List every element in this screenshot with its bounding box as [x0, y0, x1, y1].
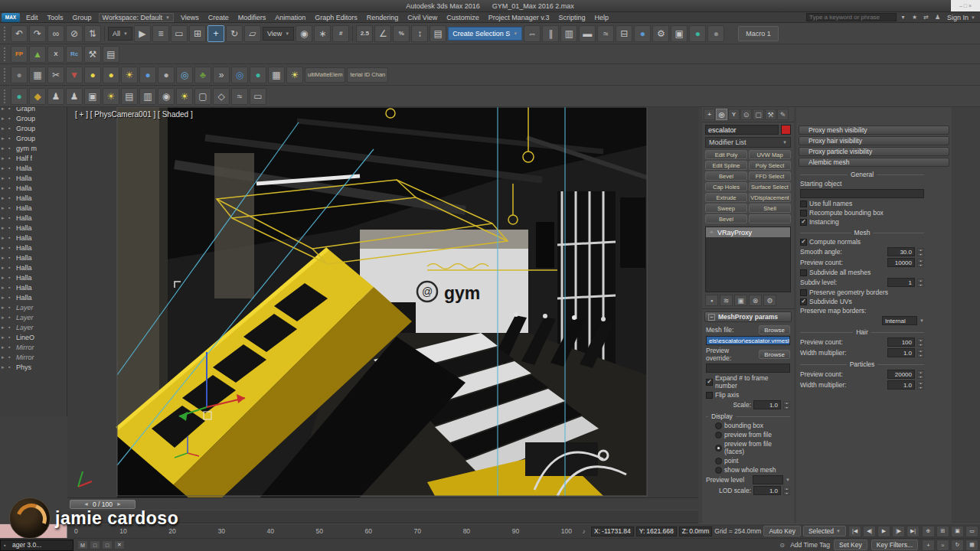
menu-item[interactable]: Project Manager v.3 — [485, 13, 554, 22]
sun-light-icon[interactable]: ☀ — [121, 67, 138, 83]
menu-item[interactable]: Civil View — [403, 13, 441, 22]
render-production-icon[interactable]: ● — [689, 25, 706, 42]
modifier-shortcut-button[interactable]: Cap Holes — [705, 182, 747, 191]
radio-icon[interactable] — [715, 467, 722, 474]
instancing-checkbox[interactable] — [800, 219, 807, 226]
menu-item[interactable]: Graph Editors — [311, 13, 361, 22]
taskbar-window-fragment[interactable]: ▪ ager 3.0... — [0, 540, 74, 551]
diamond-icon[interactable]: ◇ — [213, 88, 230, 105]
align-icon[interactable]: ∥ — [542, 25, 559, 42]
expand-icon[interactable]: ▸ — [2, 364, 7, 370]
scene-explorer-row[interactable]: ▸ ▪ Halla — [0, 253, 67, 262]
selection-filter-dropdown[interactable]: All ▼ — [108, 27, 132, 41]
scene-explorer-row[interactable]: ▸ ▪ Halla — [0, 223, 67, 233]
modifier-shortcut-button[interactable]: Bevel — [705, 214, 747, 223]
pin-stack-icon[interactable]: ▪ — [705, 295, 718, 306]
expand-icon[interactable]: ▸ — [2, 225, 7, 231]
preview-override-browse-button[interactable]: Browse — [759, 350, 790, 359]
particles-preview-count-spinner[interactable]: ▴▾ — [917, 370, 924, 379]
zoom-icon[interactable]: ⊕ — [922, 526, 935, 537]
multimatte-element-button[interactable]: ultiMatteElem — [305, 67, 345, 83]
scene-explorer-row[interactable]: ▸ ▪ Layer — [0, 322, 67, 332]
teal-sphere-icon[interactable]: ● — [250, 67, 266, 83]
user-icon[interactable]: ♟ — [933, 13, 942, 22]
subdivide-uvs-checkbox[interactable] — [800, 298, 807, 305]
window-controls[interactable]: – □ × — [951, 0, 980, 11]
angle-snap-icon[interactable]: ∠ — [374, 25, 391, 42]
expand-icon[interactable]: ▸ — [2, 135, 7, 142]
toolbar-drag-handle[interactable] — [4, 68, 8, 82]
make-unique-icon[interactable]: ▣ — [734, 295, 747, 306]
scene-explorer-row[interactable]: ▸ ▪ Mirror — [0, 352, 67, 362]
modifier-shortcut-button[interactable]: FFD Select — [749, 171, 791, 181]
subdivide-all-meshes-checkbox[interactable] — [800, 269, 807, 276]
cut-tool-icon[interactable]: ✂ — [47, 67, 64, 83]
expand-icon[interactable]: ▸ — [2, 235, 7, 241]
expand-icon[interactable]: ▸ — [2, 185, 7, 191]
menu-item[interactable]: Create — [204, 13, 233, 22]
select-and-link-icon[interactable]: ∞ — [47, 25, 64, 42]
subdiv-level-spinner[interactable]: ▴▾ — [917, 279, 924, 287]
dark-sphere-icon[interactable]: ● — [11, 67, 28, 83]
macro-1-button[interactable]: Macro 1 — [738, 26, 779, 41]
coordinate-x-field[interactable]: X: -11731.84 — [591, 527, 634, 536]
infocenter-star-icon[interactable]: ★ — [910, 13, 920, 22]
expand-icon[interactable]: ▸ — [2, 324, 7, 331]
create-tab-icon[interactable]: + — [704, 109, 715, 120]
meshproxy-params-rollout-header[interactable]: − MeshProxy params — [704, 311, 792, 322]
modifier-shortcut-button[interactable]: Edit Spline — [705, 161, 747, 170]
sky-sphere-icon[interactable]: ● — [139, 67, 156, 83]
select-and-move-icon[interactable]: + — [207, 25, 224, 42]
previous-frame-button[interactable]: ◀| — [863, 526, 876, 537]
reference-coordinate-dropdown[interactable]: View ▼ — [263, 27, 294, 41]
mirror-icon[interactable]: ⇔ — [524, 25, 541, 42]
key-filters-button[interactable]: Key Filters... — [871, 540, 918, 550]
scene-explorer-row[interactable]: ▸ ▪ Group — [0, 113, 67, 123]
display-option-row[interactable]: bounding box — [711, 421, 794, 430]
search-input[interactable] — [806, 13, 897, 21]
radio-icon[interactable] — [715, 458, 722, 465]
layer-manager-icon[interactable]: ▥ — [560, 25, 577, 42]
bulb-icon[interactable]: ☀ — [709, 230, 715, 236]
flip-axis-checkbox[interactable] — [706, 392, 713, 399]
scene-explorer-row[interactable]: ▸ ▪ Halla — [0, 272, 67, 282]
coordinate-z-field[interactable]: Z: 0.0mm — [679, 527, 713, 536]
mesh-file-path-field[interactable]: els\escalator\escalator.vrmesh — [706, 336, 790, 345]
taskbar-close-button[interactable]: ✕ — [114, 540, 125, 549]
scene-explorer-row[interactable]: ▸ ▪ Halla — [0, 292, 67, 302]
preview-count-field[interactable]: 10000 — [887, 258, 915, 267]
modifier-shortcut-button[interactable]: Bevel — [705, 171, 747, 181]
go-to-start-button[interactable]: |◀ — [848, 526, 861, 537]
zoom-extents-icon[interactable]: ▣ — [951, 526, 964, 537]
proxy-mesh-visibility-rollout[interactable]: Proxy mesh visibility — [799, 126, 949, 135]
expand-icon[interactable]: ▸ — [2, 145, 7, 152]
motion-tab-icon[interactable]: ⊙ — [740, 109, 752, 120]
populate-person-icon[interactable]: ▲ — [29, 46, 46, 63]
list-view-icon[interactable]: ▤ — [103, 46, 119, 63]
display-option-row[interactable]: show whole mesh — [711, 465, 794, 474]
particles-width-multiplier-field[interactable]: 1.0 — [887, 380, 915, 390]
schematic-view-icon[interactable]: ⊟ — [616, 25, 632, 42]
sign-in-button[interactable]: Sign In ▼ — [947, 14, 975, 21]
bulb-icon[interactable]: ☀ — [176, 88, 193, 105]
expand-icon[interactable]: ▸ — [2, 245, 7, 251]
lod-scale-spinner[interactable]: ▴▾ — [783, 487, 790, 495]
coordinate-y-field[interactable]: Y: 1621.668 — [636, 527, 677, 536]
checker-map-icon[interactable]: ▦ — [29, 67, 46, 83]
modifier-stack[interactable]: ☀ VRayProxy — [705, 227, 791, 292]
toolbar-drag-handle[interactable] — [4, 27, 8, 41]
menu-item[interactable]: Help — [591, 13, 613, 22]
globe-icon[interactable]: ◎ — [176, 67, 193, 83]
time-tag-note-icon[interactable]: ♪ — [579, 527, 589, 536]
panel-icon-2[interactable]: ▥ — [139, 88, 156, 105]
expand-icon[interactable]: ▸ — [2, 295, 7, 301]
railclone-icon[interactable]: Rc — [66, 46, 83, 63]
walkthrough-icon[interactable]: ≈ — [936, 540, 949, 551]
scale-field[interactable]: 1.0 — [753, 400, 781, 409]
set-key-button[interactable]: Set Key — [834, 540, 867, 550]
lamp-icon[interactable]: ☀ — [286, 67, 303, 83]
expand-icon[interactable]: ▸ — [2, 116, 7, 122]
select-object-icon[interactable]: ▶ — [134, 25, 151, 42]
expand-icon[interactable]: ▸ — [2, 175, 7, 181]
expand-icon[interactable]: ▸ — [2, 155, 7, 161]
